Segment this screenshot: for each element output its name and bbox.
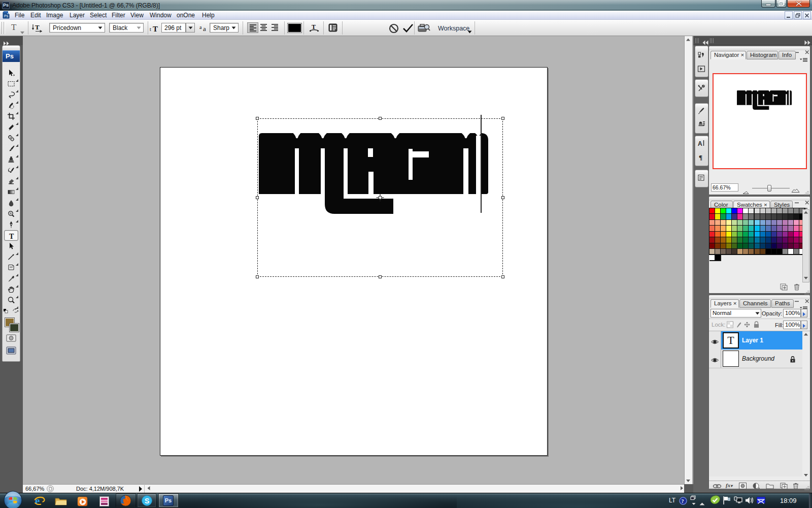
svg-text:t: t [150,26,151,32]
svg-text:?: ? [682,498,684,504]
svg-text:¶: ¶ [699,153,702,161]
svg-text:A: A [698,140,702,147]
svg-text:a: a [203,25,206,32]
svg-text:T: T [35,23,40,31]
svg-text:Ps: Ps [4,14,9,18]
svg-text:S: S [145,497,149,505]
svg-text:a: a [199,24,202,30]
svg-text:T: T [153,25,158,33]
svg-text:T: T [9,233,14,240]
